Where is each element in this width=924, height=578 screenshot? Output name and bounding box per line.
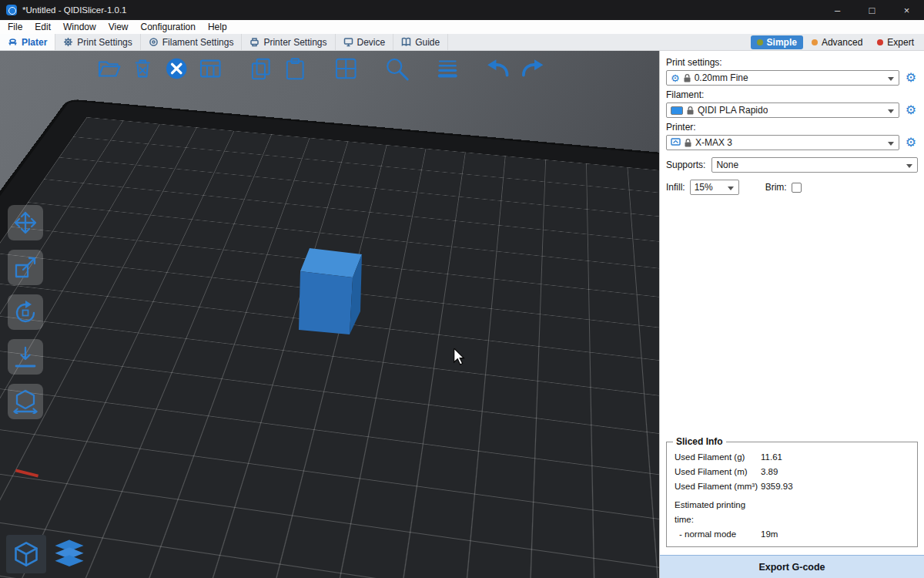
menu-configuration[interactable]: Configuration [135,20,202,34]
editor-view-button[interactable] [6,535,46,573]
rotate-tool-button[interactable] [8,294,43,330]
printer-dropdown[interactable]: X-MAX 3 [666,135,899,150]
tab-plater[interactable]: Plater [0,34,55,50]
sliced-info-box: Sliced Info Used Filament (g) 11.61 Used… [666,442,918,547]
tab-printer-settings[interactable]: Printer Settings [242,34,335,50]
sliced-info-row: - normal mode 19m [671,527,912,542]
infill-dropdown[interactable]: 15% [690,180,739,195]
arrange-icon [197,55,223,82]
mode-label: Advanced [822,37,862,48]
qidislicer-window: *Untitled - QIDISlicer-1.0.1 – □ × File … [0,0,924,578]
print-settings-gear-button[interactable]: ⚙ [904,72,918,84]
supports-dropdown[interactable]: None [711,157,918,173]
chevron-down-icon [888,77,894,81]
build-plate[interactable] [0,101,659,578]
model-cube[interactable] [293,244,367,339]
place-on-face-tool-button[interactable] [8,339,43,375]
viewport-toolbar [94,54,547,83]
print-settings-value: 0.20mm Fine [695,72,748,83]
row-label: Used Filament (mm³) [675,479,761,494]
chevron-down-icon [888,109,894,113]
mode-simple[interactable]: Simple [751,35,803,49]
row-label: - normal mode [675,527,761,542]
arrange-button[interactable] [196,54,225,83]
row-value: 19m [761,527,912,542]
print-settings-dropdown[interactable]: ⚙ 0.20mm Fine [666,70,899,86]
preview-view-button[interactable] [49,535,89,573]
maximize-button[interactable]: □ [855,0,889,20]
scale-tool-button[interactable] [8,250,43,285]
scale-icon [13,255,38,280]
copy-button[interactable] [246,54,276,83]
menu-edit[interactable]: Edit [28,20,57,34]
filament-dropdown[interactable]: QIDI PLA Rapido [666,102,899,118]
gear-icon [63,37,73,47]
gizmo-toolbar [8,205,43,419]
menu-file[interactable]: File [2,20,28,34]
undo-button[interactable] [484,54,513,83]
minimize-button[interactable]: – [820,0,855,20]
advanced-dot-icon [812,39,818,45]
printer-label: Printer: [666,122,918,133]
mode-advanced[interactable]: Advanced [805,35,869,49]
filament-gear-button[interactable]: ⚙ [904,104,918,116]
row-label: Used Filament (m) [675,465,761,479]
supports-value: None [716,160,738,170]
row-value: 11.61 [761,450,912,465]
delete-trash-icon [129,55,156,82]
place-on-face-icon [13,344,38,369]
window-title: *Untitled - QIDISlicer-1.0.1 [22,5,127,15]
view-toggles [6,535,89,573]
app-icon [6,5,17,15]
filament-label: Filament: [666,89,918,100]
infill-value: 15% [695,182,713,193]
split-to-objects-button[interactable] [331,54,360,83]
guide-icon [401,37,411,47]
paste-icon [282,55,308,82]
move-icon [13,210,38,235]
editor-cube-icon [12,539,40,569]
brim-checkbox[interactable] [792,183,802,193]
filament-value: QIDI PLA Rapido [698,105,768,116]
export-gcode-button[interactable]: Export G-code [660,555,924,578]
menu-view[interactable]: View [102,20,135,34]
close-button[interactable]: × [889,0,924,20]
paste-button[interactable] [280,54,310,83]
copy-icon [248,55,274,82]
simple-dot-icon [757,39,763,45]
mode-label: Simple [767,37,797,48]
menu-bar: File Edit Window View Configuration Help [0,20,924,34]
tab-bar: Plater Print Settings Filament Settings … [0,34,924,51]
menu-help[interactable]: Help [202,20,233,34]
tab-print-settings[interactable]: Print Settings [55,34,140,50]
print-settings-label: Print settings: [666,57,918,68]
sliced-info-row: Used Filament (g) 11.61 [671,450,912,465]
printer-gear-button[interactable]: ⚙ [904,136,918,149]
tab-guide[interactable]: Guide [393,34,448,50]
open-button[interactable] [94,54,123,83]
expert-dot-icon [877,39,883,45]
viewport-3d[interactable] [0,51,659,578]
printer-icon [671,138,681,147]
tab-label: Device [357,37,386,48]
move-tool-button[interactable] [8,205,43,240]
search-button[interactable] [382,54,411,83]
tab-device[interactable]: Device [336,34,394,50]
sliced-info-row: Used Filament (mm³) 9359.93 [671,479,912,494]
lock-icon [685,139,691,147]
cut-icon [13,389,38,414]
variable-layer-height-button[interactable] [433,54,462,83]
delete-button[interactable] [128,54,157,83]
tab-filament-settings[interactable]: Filament Settings [141,34,243,50]
chevron-down-icon [888,142,894,146]
cut-tool-button[interactable] [8,384,43,419]
mode-expert[interactable]: Expert [871,35,920,49]
redo-button[interactable] [517,54,547,83]
undo-icon [484,55,512,82]
gear-icon: ⚙ [671,73,680,83]
window-controls: – □ × [820,0,924,20]
delete-all-button[interactable] [162,54,191,83]
sliced-info-row: Estimated printing time: [671,498,912,527]
row-value [761,498,912,527]
menu-window[interactable]: Window [57,20,102,34]
